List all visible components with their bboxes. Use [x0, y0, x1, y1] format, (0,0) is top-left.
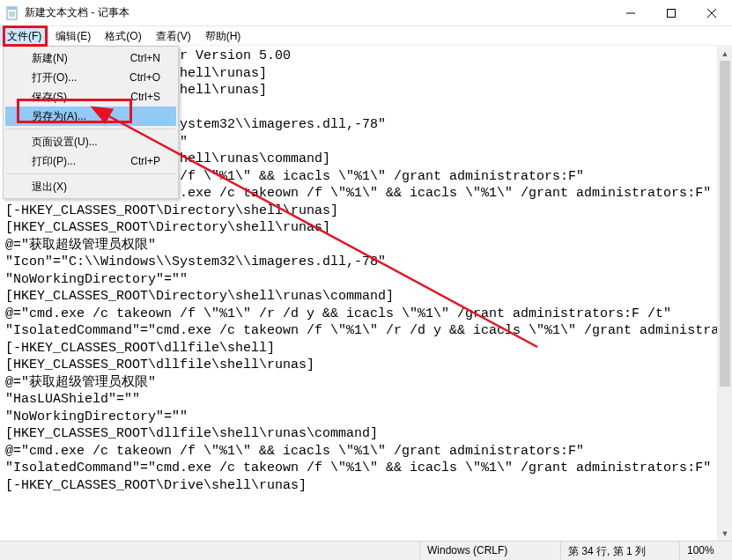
- status-bar: Windows (CRLF) 第 34 行, 第 1 列 100%: [0, 541, 732, 560]
- menu-item-label: 页面设置(U)...: [32, 135, 160, 150]
- menu-item-save[interactable]: 保存(S) Ctrl+S: [5, 87, 176, 107]
- notepad-icon: [5, 6, 19, 20]
- status-spacer: [0, 542, 419, 560]
- svg-rect-6: [668, 9, 676, 17]
- scroll-thumb[interactable]: [720, 61, 730, 387]
- vertical-scrollbar[interactable]: ▲ ▼: [717, 46, 732, 541]
- window-controls: [610, 0, 732, 26]
- menu-item-label: 新建(N): [32, 51, 130, 66]
- minimize-button[interactable]: [610, 0, 651, 26]
- maximize-button[interactable]: [651, 0, 691, 26]
- menu-item-accel: Ctrl+N: [130, 52, 160, 64]
- menu-item-page-setup[interactable]: 页面设置(U)...: [5, 132, 176, 151]
- menu-item-label: 打印(P)...: [32, 154, 130, 169]
- menu-item-accel: Ctrl+P: [130, 155, 160, 167]
- close-button[interactable]: [691, 0, 732, 26]
- status-zoom: 100%: [679, 542, 732, 560]
- menubar: 文件(F) 编辑(E) 格式(O) 查看(V) 帮助(H): [0, 26, 732, 46]
- status-line-ending: Windows (CRLF): [419, 542, 560, 560]
- menu-item-label: 另存为(A)...: [32, 109, 160, 124]
- menu-item-open[interactable]: 打开(O)... Ctrl+O: [5, 68, 176, 87]
- menu-item-save-as[interactable]: 另存为(A)...: [5, 107, 176, 126]
- scroll-up-arrow-icon[interactable]: ▲: [718, 46, 732, 61]
- menu-help[interactable]: 帮助(H): [198, 26, 248, 45]
- menu-separator: [6, 129, 175, 129]
- menu-item-label: 退出(X): [32, 180, 160, 195]
- menu-item-label: 保存(S): [32, 90, 130, 105]
- menu-item-label: 打开(O)...: [32, 70, 129, 85]
- svg-rect-1: [7, 7, 17, 10]
- menu-file[interactable]: 文件(F): [0, 26, 48, 45]
- menu-item-exit[interactable]: 退出(X): [5, 177, 176, 196]
- window-title: 新建文本文档 - 记事本: [25, 5, 610, 20]
- menu-item-print[interactable]: 打印(P)... Ctrl+P: [5, 151, 176, 171]
- titlebar: 新建文本文档 - 记事本: [0, 0, 732, 26]
- scroll-track[interactable]: [718, 61, 732, 526]
- menu-edit[interactable]: 编辑(E): [48, 26, 98, 45]
- menu-format[interactable]: 格式(O): [98, 26, 148, 45]
- file-dropdown-menu: 新建(N) Ctrl+N 打开(O)... Ctrl+O 保存(S) Ctrl+…: [3, 46, 179, 199]
- menu-item-accel: Ctrl+O: [129, 71, 160, 84]
- menu-separator: [6, 173, 175, 174]
- menu-item-new[interactable]: 新建(N) Ctrl+N: [5, 48, 176, 68]
- scroll-down-arrow-icon[interactable]: ▼: [718, 526, 732, 541]
- status-cursor-pos: 第 34 行, 第 1 列: [560, 542, 679, 560]
- menu-item-accel: Ctrl+S: [130, 91, 160, 103]
- menu-view[interactable]: 查看(V): [149, 26, 198, 45]
